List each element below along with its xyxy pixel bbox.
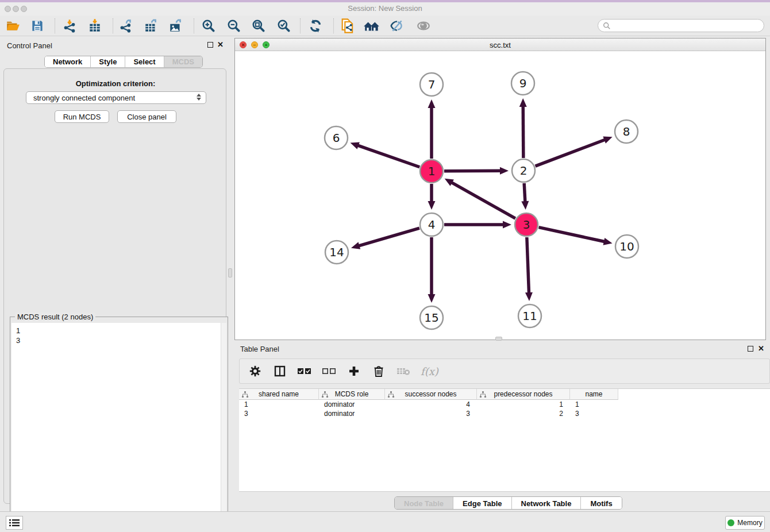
export-image-icon[interactable] (167, 17, 184, 34)
table-toolbar: f(x) (239, 358, 770, 384)
edge-3-10[interactable] (538, 228, 604, 242)
cell-predecessor-nodes[interactable]: 2 (477, 409, 570, 418)
float-table-panel-icon[interactable] (748, 346, 753, 352)
node-label-7: 7 (428, 78, 436, 91)
export-table-icon[interactable] (143, 17, 160, 34)
export-network-icon[interactable] (118, 17, 135, 34)
open-file-icon[interactable] (5, 17, 22, 34)
import-table-icon[interactable] (86, 17, 103, 34)
edge-4-14[interactable] (359, 228, 419, 246)
column-layout-icon[interactable] (272, 364, 287, 379)
zoom-out-icon[interactable] (225, 17, 242, 34)
edge-3-11[interactable] (527, 237, 529, 293)
cell-shared-name[interactable]: 1 (239, 400, 319, 409)
float-panel-icon[interactable] (207, 42, 213, 48)
horizontal-splitter-handle[interactable] (495, 337, 502, 341)
cell-successor-nodes[interactable]: 4 (385, 400, 477, 409)
select-all-icon[interactable] (297, 364, 312, 379)
dropdown-stepper-icon (197, 94, 201, 101)
main-toolbar (0, 16, 770, 36)
tab-mcds[interactable]: MCDS (164, 56, 202, 67)
column-header-name[interactable]: name (570, 389, 618, 400)
show-graphics-details-icon[interactable] (415, 17, 432, 34)
zoom-selected-icon[interactable] (275, 17, 292, 34)
tab-node-table[interactable]: Node Table (395, 497, 453, 510)
column-tree-icon (322, 391, 328, 398)
tab-edge-table[interactable]: Edge Table (453, 497, 511, 510)
delete-column-icon[interactable] (371, 364, 386, 379)
node-label-1: 1 (428, 164, 436, 178)
network-window-title: scc.txt (235, 41, 765, 49)
table-panel: Table Panel ✕ f(x) shared name MCDS role (234, 342, 770, 511)
optimization-criterion-dropdown[interactable]: strongly connected component (26, 91, 206, 104)
column-tree-icon (388, 391, 394, 398)
cell-name[interactable]: 3 (570, 409, 618, 418)
node-label-3: 3 (523, 218, 530, 232)
hide-annotations-icon[interactable] (388, 17, 406, 34)
add-column-icon[interactable] (346, 364, 361, 379)
cell-MCDS-role[interactable]: dominator (319, 409, 385, 418)
tab-select[interactable]: Select (125, 56, 164, 67)
search-field[interactable] (598, 19, 764, 32)
titlebar: Session: New Session (0, 0, 770, 16)
task-history-button[interactable] (6, 516, 23, 530)
node-label-6: 6 (333, 131, 340, 145)
arrowhead-4-3 (503, 221, 511, 229)
mcds-result-fieldset: MCDS result (2 nodes) 1 3 (10, 317, 228, 532)
column-header-successor-nodes[interactable]: successor nodes (385, 389, 477, 400)
table-row[interactable]: 3dominator323 (239, 409, 770, 418)
node-label-15: 15 (424, 311, 438, 325)
save-session-icon[interactable] (29, 17, 46, 34)
node-label-4: 4 (428, 218, 436, 232)
mcds-result-scrollbar[interactable] (221, 323, 226, 532)
cell-name[interactable]: 1 (570, 400, 618, 409)
column-header-mcds-role[interactable]: MCDS role (319, 389, 385, 400)
control-panel-title: Control Panel (7, 41, 52, 50)
arrowhead-4-15 (428, 294, 436, 303)
column-header-predecessor-nodes[interactable]: predecessor nodes (477, 389, 570, 400)
network-canvas[interactable]: 7968124314101511 (235, 51, 765, 340)
toolbar-separator (194, 18, 194, 33)
toolbar-separator (113, 18, 113, 33)
cell-predecessor-nodes[interactable]: 1 (477, 400, 570, 409)
tab-style[interactable]: Style (91, 56, 125, 67)
column-header-shared-name[interactable]: shared name (239, 389, 319, 400)
mcds-panel-body: Optimization criterion: strongly connect… (3, 68, 226, 504)
import-network-icon[interactable] (61, 17, 78, 34)
memory-button[interactable]: Memory (725, 516, 765, 530)
dropdown-value: strongly connected component (33, 94, 135, 102)
close-table-panel-icon[interactable]: ✕ (758, 345, 764, 352)
first-neighbors-icon[interactable] (363, 17, 380, 34)
mcds-result-text[interactable]: 1 3 (11, 323, 221, 532)
edge-2-3[interactable] (524, 183, 525, 202)
cell-MCDS-role[interactable]: dominator (319, 400, 385, 409)
cell-shared-name[interactable]: 3 (239, 409, 319, 418)
edge-3-1[interactable] (452, 183, 515, 219)
toolbar-separator (300, 18, 301, 33)
node-label-2: 2 (520, 164, 528, 178)
optimization-criterion-label: Optimization criterion: (4, 79, 227, 88)
cell-successor-nodes[interactable]: 3 (385, 409, 477, 418)
edge-1-6[interactable] (358, 145, 419, 167)
run-mcds-button[interactable]: Run MCDS (55, 110, 109, 123)
arrowhead-3-11 (525, 292, 533, 301)
edge-2-8[interactable] (536, 140, 605, 166)
close-panel-icon[interactable]: ✕ (217, 41, 224, 48)
table-row[interactable]: 1dominator411 (239, 400, 770, 409)
fit-content-icon[interactable] (250, 17, 267, 34)
delete-table-icon (396, 364, 411, 379)
refresh-icon[interactable] (307, 17, 324, 34)
vertical-splitter-handle[interactable] (228, 268, 232, 277)
network-window-titlebar[interactable]: ✕ − + scc.txt (235, 38, 765, 51)
zoom-in-icon[interactable] (200, 17, 217, 34)
tab-motifs[interactable]: Motifs (581, 497, 621, 510)
node-table: shared name MCDS role successor nodes pr… (239, 388, 770, 492)
tab-network-table[interactable]: Network Table (512, 497, 582, 510)
clone-network-icon[interactable] (339, 17, 356, 34)
close-panel-button[interactable]: Close panel (117, 110, 176, 123)
edge-1-2[interactable] (444, 171, 500, 171)
deselect-all-icon[interactable] (322, 364, 337, 379)
edge-2-9[interactable] (523, 106, 523, 158)
tab-network[interactable]: Network (45, 56, 91, 67)
settings-gear-icon[interactable] (248, 364, 263, 379)
